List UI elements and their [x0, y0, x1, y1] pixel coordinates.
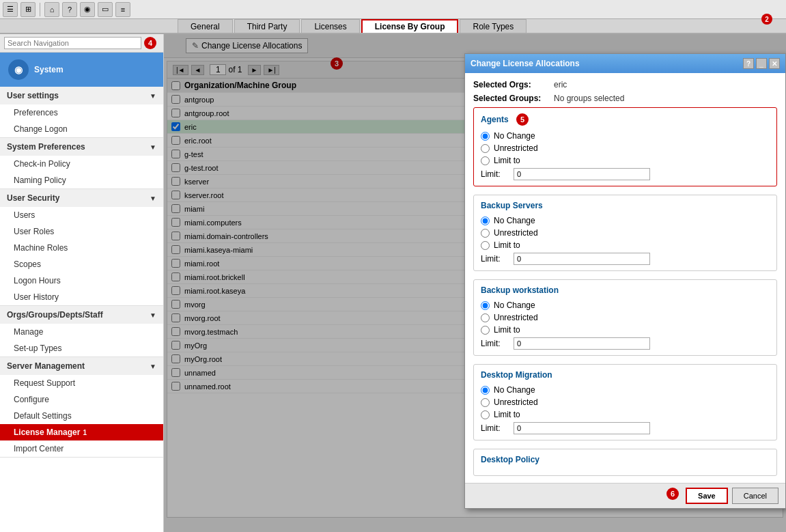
sidebar-item-machine-roles[interactable]: Machine Roles — [0, 240, 163, 256]
agents-section: Agents 5 No Change Unrestricted — [473, 107, 777, 186]
tab-licenses[interactable]: Licenses — [301, 19, 359, 33]
agents-no-change-radio: No Change — [481, 131, 770, 141]
search-nav: 4 — [0, 34, 163, 53]
chevron-down-icon: ▼ — [150, 311, 156, 319]
section-orgs: Orgs/Groups/Depts/Staff ▼ Manage Set-up … — [0, 306, 163, 357]
backup-servers-limit-input[interactable] — [514, 253, 650, 265]
server-mgmt-header[interactable]: Server Management ▼ — [0, 357, 163, 375]
agents-limit-row: Limit: — [481, 168, 770, 180]
backup-servers-limit-row: Limit: — [481, 253, 770, 265]
tab-third-party[interactable]: Third Party — [234, 19, 300, 33]
backup-servers-unrestricted: Unrestricted — [481, 228, 770, 238]
user-security-header[interactable]: User Security ▼ — [0, 189, 163, 207]
modal-minimize-button[interactable]: _ — [756, 58, 767, 69]
modal-controls: ? _ ✕ — [743, 58, 780, 69]
separator — [40, 3, 40, 16]
main-layout: 4 ◉ System User settings ▼ Preferences C… — [0, 34, 786, 532]
grid-icon[interactable]: ⊞ — [20, 2, 36, 17]
step-5-badge: 5 — [516, 113, 529, 126]
sidebar-item-license-manager[interactable]: License Manager 1 — [0, 424, 163, 440]
modal-title: Change License Allocations — [471, 59, 580, 68]
system-label: System — [34, 65, 64, 74]
modal-title-bar: Change License Allocations ? _ ✕ — [465, 54, 785, 73]
agents-unrestricted-radio: Unrestricted — [481, 143, 770, 153]
chevron-down-icon: ▼ — [150, 363, 156, 370]
menu-icon[interactable]: ☰ — [3, 2, 18, 17]
system-icon: ◉ — [8, 59, 29, 80]
sidebar-item-checkin-policy[interactable]: Check-in Policy — [0, 156, 163, 172]
step-4-badge: 4 — [144, 37, 156, 49]
sidebar-item-user-history[interactable]: User History — [0, 289, 163, 305]
system-header: ◉ System — [0, 53, 163, 87]
desktop-migration-limit-input[interactable] — [514, 422, 650, 434]
sidebar-item-logon-hours[interactable]: Logon Hours — [0, 272, 163, 289]
sidebar-item-configure[interactable]: Configure — [0, 391, 163, 408]
backup-workstation-section: Backup workstation No Change Unrestricte… — [473, 279, 777, 356]
desktop-policy-section: Desktop Policy — [473, 449, 777, 476]
modal-footer: 6 Save Cancel — [465, 483, 785, 508]
backup-workstation-limit-row: Limit: — [481, 337, 770, 350]
tab-general[interactable]: General — [178, 19, 233, 33]
sidebar-item-scopes[interactable]: Scopes — [0, 256, 163, 272]
user-settings-header[interactable]: User settings ▼ — [0, 87, 163, 104]
section-user-security: User Security ▼ Users User Roles Machine… — [0, 189, 163, 306]
sidebar-item-request-support[interactable]: Request Support — [0, 375, 163, 391]
desktop-migration-section: Desktop Migration No Change Unrestricted… — [473, 364, 777, 440]
tab-bar: General Third Party Licenses License By … — [0, 19, 786, 34]
backup-workstation-no-change: No Change — [481, 300, 770, 310]
backup-workstation-limit-to: Limit to — [481, 325, 770, 335]
modal-body: Selected Orgs: eric Selected Groups: No … — [465, 73, 785, 483]
backup-workstation-unrestricted: Unrestricted — [481, 313, 770, 322]
cancel-button[interactable]: Cancel — [732, 488, 778, 504]
system-preferences-header[interactable]: System Preferences ▼ — [0, 138, 163, 156]
modal-close-button[interactable]: ✕ — [769, 58, 780, 69]
tab-role-types[interactable]: Role Types — [460, 19, 527, 33]
more-icon[interactable]: ≡ — [115, 2, 130, 17]
section-server-mgmt: Server Management ▼ Request Support Conf… — [0, 357, 163, 458]
help-icon[interactable]: ? — [62, 2, 77, 17]
sidebar-item-setup-types[interactable]: Set-up Types — [0, 340, 163, 356]
step-2-badge: 2 — [761, 14, 772, 25]
sidebar-item-import-center[interactable]: Import Center — [0, 440, 163, 457]
home-icon[interactable]: ⌂ — [44, 2, 59, 17]
sidebar-item-naming-policy[interactable]: Naming Policy — [0, 172, 163, 188]
orgs-header[interactable]: Orgs/Groups/Depts/Staff ▼ — [0, 306, 163, 324]
save-button[interactable]: Save — [686, 488, 728, 504]
sidebar-item-preferences[interactable]: Preferences — [0, 104, 163, 121]
desktop-migration-limit-row: Limit: — [481, 422, 770, 434]
sidebar-item-default-settings[interactable]: Default Settings — [0, 408, 163, 424]
monitor-icon[interactable]: ▭ — [98, 2, 113, 17]
desktop-migration-no-change: No Change — [481, 385, 770, 395]
desktop-migration-unrestricted: Unrestricted — [481, 397, 770, 407]
section-system-preferences: System Preferences ▼ Check-in Policy Nam… — [0, 138, 163, 189]
chevron-down-icon: ▼ — [150, 92, 156, 100]
section-user-settings: User settings ▼ Preferences Change Logon — [0, 87, 163, 138]
change-license-modal: Change License Allocations ? _ ✕ Selecte… — [464, 53, 786, 509]
search-input[interactable] — [4, 37, 141, 49]
chevron-down-icon: ▼ — [150, 143, 156, 151]
sidebar-item-users[interactable]: Users — [0, 207, 163, 223]
backup-servers-no-change: No Change — [481, 216, 770, 225]
agents-limit-input[interactable] — [514, 168, 650, 180]
backup-servers-section: Backup Servers No Change Unrestricted Li… — [473, 195, 777, 271]
sidebar-item-user-roles[interactable]: User Roles — [0, 223, 163, 240]
step-6-badge: 6 — [666, 488, 679, 500]
modal-help-button[interactable]: ? — [743, 58, 754, 69]
sidebar-item-manage[interactable]: Manage — [0, 324, 163, 340]
modal-overlay: Change License Allocations ? _ ✕ Selecte… — [164, 34, 786, 532]
selected-orgs-row: Selected Orgs: eric — [473, 80, 777, 89]
sidebar-item-change-logon[interactable]: Change Logon — [0, 121, 163, 137]
agents-limit-to-radio: Limit to — [481, 156, 770, 165]
desktop-migration-limit-to: Limit to — [481, 410, 770, 419]
chevron-down-icon: ▼ — [150, 195, 156, 202]
selected-groups-row: Selected Groups: No groups selected — [473, 94, 777, 103]
backup-workstation-limit-input[interactable] — [514, 337, 650, 350]
backup-servers-limit-to: Limit to — [481, 240, 770, 250]
content-area: 3 ✎ Change License Allocations |◄ ◄ of 1… — [164, 34, 786, 532]
sidebar: 4 ◉ System User settings ▼ Preferences C… — [0, 34, 164, 532]
settings-icon[interactable]: ◉ — [80, 2, 95, 17]
top-toolbar: ☰ ⊞ ⌂ ? ◉ ▭ ≡ — [0, 0, 786, 19]
tab-license-by-group[interactable]: License By Group 2 — [361, 19, 459, 33]
